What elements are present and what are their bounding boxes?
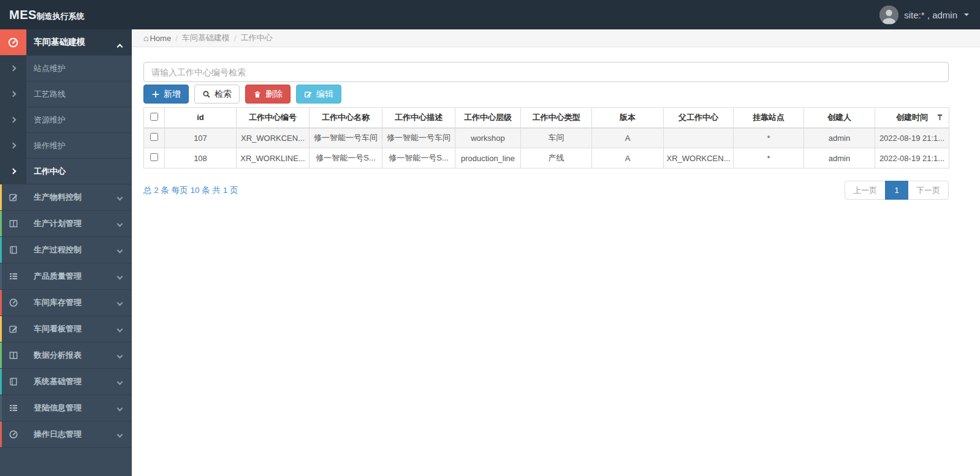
chevron-right-icon (10, 168, 17, 175)
sidebar-subitem-站点维护[interactable]: 站点维护 (0, 56, 132, 81)
cell: 修一智能一号S... (310, 148, 382, 168)
pagination-controls: 上一页 1 下一页 (845, 181, 949, 200)
sidebar-item-生产计划管理[interactable]: 生产计划管理 (0, 211, 132, 237)
chevron-right-icon (10, 91, 17, 97)
search-input[interactable] (143, 62, 949, 82)
sidebar-item-workshop-modeling[interactable]: 车间基础建模 (0, 29, 132, 56)
col-header-父工作中心: 父工作中心 (664, 108, 734, 128)
sidebar-item-车间库存管理[interactable]: 车间库存管理 (0, 290, 132, 316)
home-icon: ⌂ (143, 34, 148, 42)
user-menu[interactable]: site:* , admin (879, 6, 969, 25)
subitem-label: 资源维护 (26, 107, 132, 132)
item-icon-cell (0, 342, 26, 368)
col-header-工作中心编号: 工作中心编号 (237, 108, 310, 128)
subitem-icon-cell (0, 133, 26, 158)
page-1-button[interactable]: 1 (885, 181, 908, 200)
sidebar-subitem-资源维护[interactable]: 资源维护 (0, 107, 132, 133)
app-logo: MES制造执行系统 (9, 8, 85, 22)
edit-icon (9, 324, 18, 334)
gauge-icon (9, 298, 18, 308)
cell: 2022-08-19 21:1... (875, 148, 949, 168)
row-checkbox[interactable] (150, 133, 158, 141)
item-icon-cell (0, 263, 26, 289)
item-icon-cell (0, 237, 26, 263)
menu-color-stripe (0, 395, 2, 421)
subitem-icon-cell (0, 81, 26, 107)
col-header-挂靠站点: 挂靠站点 (734, 108, 804, 128)
cell: * (734, 128, 804, 148)
breadcrumb-separator: / (234, 34, 237, 43)
avatar-image (879, 6, 898, 25)
row-checkbox[interactable] (150, 153, 158, 161)
table-body: 107XR_WORKCEN...修一智能一号车间修一智能一号车间workshop… (144, 128, 949, 168)
delete-button[interactable]: 删除 (245, 85, 291, 104)
pin-icon[interactable] (936, 113, 944, 121)
chevron-up-icon (117, 44, 123, 50)
edit-button[interactable]: 编辑 (296, 85, 341, 104)
columns-icon (9, 350, 18, 360)
sidebar-item-生产物料控制[interactable]: 生产物料控制 (0, 184, 132, 211)
columns-icon (9, 219, 18, 229)
sidebar-item-生产过程控制[interactable]: 生产过程控制 (0, 237, 132, 263)
sidebar-item-车间看板管理[interactable]: 车间看板管理 (0, 316, 132, 342)
gauge-icon (9, 429, 18, 439)
breadcrumb-item-module[interactable]: 车间基础建模 (182, 32, 230, 43)
item-icon-cell (0, 421, 26, 447)
cell: 修一智能一号车间 (310, 128, 382, 148)
item-icon-cell (0, 369, 26, 395)
topbar: MES制造执行系统 site:* , admin (0, 0, 980, 29)
next-page-button[interactable]: 下一页 (908, 181, 949, 200)
sidebar-parent-label: 车间基础建模 (26, 29, 132, 55)
sidebar-item-产品质量管理[interactable]: 产品质量管理 (0, 263, 132, 290)
prev-page-button[interactable]: 上一页 (845, 181, 886, 200)
menu-color-stripe (0, 421, 2, 447)
main-content: 新增 检索 删除 编辑 (132, 48, 980, 476)
select-all-checkbox[interactable] (150, 113, 158, 121)
cell: 产线 (521, 148, 592, 168)
sidebar-subitem-工艺路线[interactable]: 工艺路线 (0, 81, 132, 107)
select-all-header (144, 108, 165, 128)
sidebar-item-操作日志管理[interactable]: 操作日志管理 (0, 421, 132, 448)
sidebar-subitem-操作维护[interactable]: 操作维护 (0, 133, 132, 159)
table-row: 107XR_WORKCEN...修一智能一号车间修一智能一号车间workshop… (144, 128, 949, 148)
sidebar-mainmenu: 生产物料控制 生产计划管理 生产过程控制 产品质量管理 车间库存管理 车间看板管… (0, 184, 132, 448)
menu-color-stripe (0, 263, 2, 289)
add-button[interactable]: 新增 (143, 85, 189, 104)
cell (664, 128, 734, 148)
menu-color-stripe (0, 342, 2, 368)
chevron-right-icon (10, 143, 17, 149)
gauge-icon (7, 37, 19, 48)
avatar (879, 6, 898, 25)
col-header-版本: 版本 (592, 108, 664, 128)
col-header-工作中心类型: 工作中心类型 (521, 108, 592, 128)
breadcrumb-home[interactable]: ⌂ Home (143, 34, 171, 43)
menu-color-stripe (0, 290, 2, 315)
logo-mes: MES (9, 8, 37, 22)
sidebar-item-系统基础管理[interactable]: 系统基础管理 (0, 369, 132, 395)
user-caret-icon (964, 13, 969, 16)
subitem-label: 操作维护 (26, 133, 132, 158)
cell: A (592, 128, 664, 148)
sidebar-item-数据分析报表[interactable]: 数据分析报表 (0, 342, 132, 369)
cell: * (734, 148, 804, 168)
trash-icon (253, 90, 262, 99)
subitem-icon-cell (0, 56, 26, 81)
cell: 车间 (521, 128, 592, 148)
menu-color-stripe (0, 211, 2, 236)
cell: XR_WORKCEN... (237, 128, 310, 148)
cell: workshop (455, 128, 521, 148)
sidebar-item-登陆信息管理[interactable]: 登陆信息管理 (0, 395, 132, 421)
chevron-right-icon (10, 66, 17, 72)
search-button[interactable]: 检索 (194, 85, 240, 104)
subitem-label: 站点维护 (26, 56, 132, 81)
col-header-创建时间: 创建时间 (875, 108, 949, 128)
menu-color-stripe (0, 369, 2, 395)
book-icon (9, 245, 18, 255)
cell: XR_WORKLINE... (237, 148, 310, 168)
search-icon (202, 90, 211, 99)
breadcrumb-item-current: 工作中心 (240, 32, 272, 43)
item-icon-cell (0, 184, 26, 210)
table-row: 108XR_WORKLINE...修一智能一号S...修一智能一号S...pro… (144, 148, 949, 168)
sidebar-subitem-工作中心[interactable]: 工作中心 (0, 159, 132, 184)
row-checkbox-cell (144, 148, 165, 168)
